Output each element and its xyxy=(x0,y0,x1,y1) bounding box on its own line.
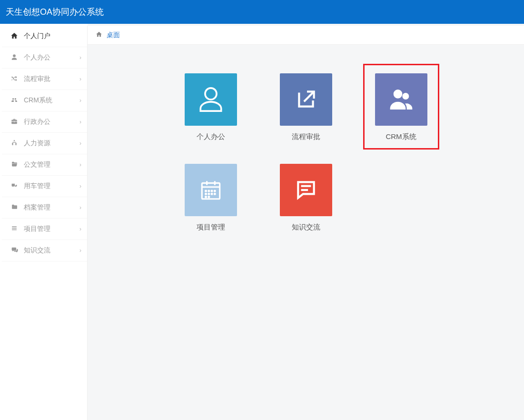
sidebar-item-1[interactable]: 个人办公› xyxy=(2,47,87,69)
sidebar-item-label: 个人办公 xyxy=(24,53,50,62)
sidebar-item-label: 流程审批 xyxy=(24,75,50,83)
sidebar-item-10[interactable]: 知识交流› xyxy=(2,240,87,261)
tile-label: CRM系统 xyxy=(386,132,416,141)
folder2-icon xyxy=(10,204,19,211)
svg-point-9 xyxy=(205,193,207,195)
svg-point-7 xyxy=(211,190,212,192)
tile-0[interactable]: 个人办公 xyxy=(163,64,258,154)
sidebar-item-label: CRM系统 xyxy=(24,96,52,105)
tile-label: 个人办公 xyxy=(197,132,225,141)
chevron-right-icon: › xyxy=(79,76,81,82)
tile-4[interactable]: 知识交流 xyxy=(258,154,354,245)
main-area: 桌面 个人办公流程审批CRM系统项目管理知识交流 xyxy=(88,24,524,420)
tile-3[interactable]: 项目管理 xyxy=(163,154,258,245)
tile-icon-box xyxy=(280,164,332,216)
svg-point-12 xyxy=(214,193,216,195)
breadcrumb-item[interactable]: 桌面 xyxy=(107,31,120,40)
svg-point-8 xyxy=(214,190,216,192)
sidebar-item-2[interactable]: 流程审批› xyxy=(2,69,87,90)
tile-icon-box xyxy=(185,73,237,126)
group-icon xyxy=(10,97,19,105)
sitemap-icon xyxy=(10,140,19,148)
comments-icon xyxy=(10,247,19,255)
chevron-right-icon: › xyxy=(79,140,81,147)
sidebar-item-label: 知识交流 xyxy=(24,246,50,255)
tile-icon-box xyxy=(185,164,237,216)
sidebar-item-3[interactable]: CRM系统› xyxy=(2,90,87,111)
sidebar-item-label: 公文管理 xyxy=(24,160,50,169)
app-header: 天生创想OA协同办公系统 xyxy=(0,0,524,24)
svg-point-13 xyxy=(205,196,207,198)
sidebar-item-label: 个人门户 xyxy=(24,32,50,40)
chevron-right-icon: › xyxy=(79,119,81,125)
home-icon xyxy=(10,32,19,41)
truck-icon xyxy=(10,182,19,190)
sidebar-item-0[interactable]: 个人门户 xyxy=(2,26,87,47)
chevron-right-icon: › xyxy=(79,97,81,104)
svg-point-14 xyxy=(208,196,209,198)
dashboard-tiles: 个人办公流程审批CRM系统项目管理知识交流 xyxy=(163,64,449,245)
sidebar-item-8[interactable]: 档案管理› xyxy=(2,197,87,219)
tile-icon-box xyxy=(280,73,332,126)
svg-point-10 xyxy=(208,193,209,195)
chevron-right-icon: › xyxy=(79,161,81,168)
chevron-right-icon: › xyxy=(79,204,81,211)
tile-label: 知识交流 xyxy=(292,223,320,232)
folder-icon xyxy=(10,161,19,169)
list-icon xyxy=(10,225,19,233)
tile-icon-box xyxy=(375,73,427,126)
briefcase-icon xyxy=(10,118,19,126)
user-icon xyxy=(10,53,19,62)
tile-1[interactable]: 流程审批 xyxy=(258,64,354,154)
chevron-right-icon: › xyxy=(79,247,81,254)
chevron-right-icon: › xyxy=(79,54,81,61)
sidebar-item-label: 行政办公 xyxy=(24,118,50,126)
svg-point-11 xyxy=(211,193,212,195)
sidebar-item-7[interactable]: 用车管理› xyxy=(2,176,87,197)
sidebar-item-label: 用车管理 xyxy=(24,182,50,190)
tile-label: 流程审批 xyxy=(292,132,320,141)
random-icon xyxy=(10,75,19,83)
tile-2[interactable]: CRM系统 xyxy=(354,64,449,154)
chevron-right-icon: › xyxy=(79,226,81,232)
tile-label: 项目管理 xyxy=(197,223,225,232)
sidebar-item-9[interactable]: 项目管理› xyxy=(2,219,87,240)
sidebar: 个人门户个人办公›流程审批›CRM系统›行政办公›人力资源›公文管理›用车管理›… xyxy=(2,26,88,420)
home-icon[interactable] xyxy=(95,31,103,39)
content: 个人办公流程审批CRM系统项目管理知识交流 xyxy=(88,45,524,245)
sidebar-item-label: 档案管理 xyxy=(24,203,50,212)
chevron-right-icon: › xyxy=(79,183,81,190)
svg-point-6 xyxy=(208,190,209,192)
sidebar-item-6[interactable]: 公文管理› xyxy=(2,154,87,176)
sidebar-item-label: 人力资源 xyxy=(24,139,50,148)
breadcrumb: 桌面 xyxy=(88,26,524,45)
sidebar-item-4[interactable]: 行政办公› xyxy=(2,111,87,133)
app-title: 天生创想OA协同办公系统 xyxy=(6,6,104,18)
svg-point-5 xyxy=(205,190,207,192)
sidebar-item-5[interactable]: 人力资源› xyxy=(2,133,87,154)
sidebar-item-label: 项目管理 xyxy=(24,225,50,233)
